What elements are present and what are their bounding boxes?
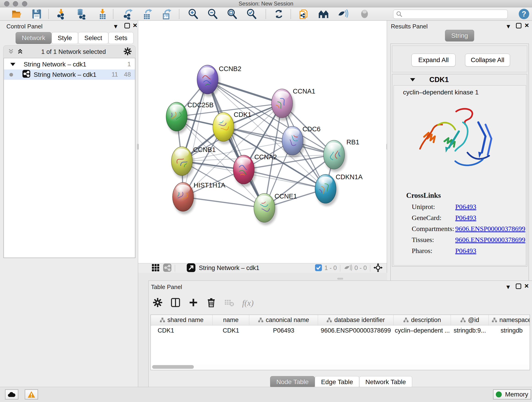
- grid-view-icon[interactable]: [152, 264, 160, 273]
- table-cell[interactable]: P06493: [249, 325, 318, 336]
- network-collection-row[interactable]: String Network – cdk1 1: [4, 59, 135, 70]
- splitter-handle[interactable]: [337, 278, 343, 280]
- table-cell[interactable]: cyclin–dependent ...: [394, 325, 451, 336]
- close-panel-icon[interactable]: ×: [525, 21, 529, 30]
- show-all-icon[interactable]: [358, 8, 371, 19]
- add-column-icon[interactable]: [189, 298, 198, 308]
- collapse-all-button[interactable]: Collapse All: [465, 54, 510, 66]
- table-settings-gear-icon[interactable]: [153, 298, 162, 308]
- zoom-out-icon[interactable]: [206, 8, 219, 19]
- zoom-selected-icon[interactable]: [245, 8, 258, 19]
- network-node-CCNE1[interactable]: [254, 193, 277, 225]
- memory-button[interactable]: Memory: [493, 389, 531, 400]
- delete-table-icon[interactable]: [224, 298, 234, 308]
- selected-checkbox-icon[interactable]: [315, 264, 322, 272]
- collapse-section-icon[interactable]: [410, 78, 415, 81]
- zoom-in-icon[interactable]: [187, 8, 200, 19]
- import-network-database-icon[interactable]: [75, 8, 88, 19]
- network-node-RB1[interactable]: [323, 140, 346, 172]
- splitter-handle[interactable]: [137, 144, 139, 150]
- float-menu-icon[interactable]: ▼: [505, 284, 511, 290]
- tab-network[interactable]: Network: [16, 32, 51, 44]
- horizontal-scrollbar[interactable]: [151, 365, 529, 369]
- network-thumbnail-icon[interactable]: [163, 263, 172, 273]
- expand-all-chevron-icon[interactable]: [17, 48, 24, 56]
- crosslink-link[interactable]: 9606.ENSP00000378699: [455, 225, 525, 233]
- column-header-@id[interactable]: @id: [451, 315, 489, 325]
- gear-icon[interactable]: [123, 47, 132, 56]
- float-panel-icon[interactable]: [124, 23, 130, 28]
- export-table-icon[interactable]: [141, 8, 154, 19]
- crosslink-link[interactable]: P06493: [455, 247, 476, 255]
- tab-network-table[interactable]: Network Table: [359, 376, 412, 388]
- cloud-button[interactable]: [5, 389, 18, 400]
- delete-column-icon[interactable]: [206, 298, 216, 308]
- tab-node-table[interactable]: Node Table: [270, 376, 315, 388]
- network-node-CCNA2[interactable]: [233, 155, 256, 187]
- column-header-canonical-name[interactable]: canonical name: [249, 315, 318, 325]
- function-builder-icon[interactable]: f(x): [242, 298, 254, 308]
- refresh-icon[interactable]: [272, 8, 285, 19]
- crosslink-link[interactable]: 9606.ENSP00000378699: [455, 236, 525, 244]
- pan-mode-icon[interactable]: [374, 263, 383, 273]
- help-icon[interactable]: ?: [518, 8, 530, 19]
- table-cell[interactable]: 9606.ENSP00000378699: [318, 325, 394, 336]
- select-columns-icon[interactable]: [171, 298, 180, 308]
- column-header-database-identifier[interactable]: database identifier: [318, 315, 394, 325]
- network-node-CCNB2[interactable]: [197, 65, 220, 97]
- float-menu-icon[interactable]: ▼: [505, 23, 511, 29]
- table-cell[interactable]: stringdb: [489, 325, 530, 336]
- hidden-eye-icon[interactable]: [343, 264, 352, 272]
- save-session-icon[interactable]: [30, 8, 43, 19]
- network-node-CDC6[interactable]: [282, 126, 305, 158]
- table-row[interactable]: CDK1CDK1P064939606.ENSP00000378699cyclin…: [151, 325, 530, 336]
- search-field[interactable]: [393, 10, 508, 19]
- duplicate-network-icon[interactable]: [298, 8, 310, 19]
- window-title: Session: New Session: [0, 0, 532, 7]
- float-panel-icon[interactable]: [516, 283, 521, 289]
- tab-style[interactable]: Style: [51, 32, 78, 44]
- network-node-CDC25B[interactable]: [166, 102, 189, 134]
- network-node-HIST1H1A[interactable]: [172, 182, 196, 214]
- collapse-all-chevron-icon[interactable]: [7, 48, 14, 56]
- network-node-CCNB1[interactable]: [171, 147, 194, 178]
- zoom-fit-icon[interactable]: [226, 8, 239, 19]
- column-header-shared-name[interactable]: shared name: [151, 315, 213, 325]
- tab-edge-table[interactable]: Edge Table: [315, 376, 359, 388]
- scrollbar-thumb[interactable]: [152, 365, 194, 369]
- tab-sets[interactable]: Sets: [108, 32, 133, 44]
- crosslink-link[interactable]: P06493: [455, 203, 476, 211]
- column-header-description[interactable]: description: [394, 315, 451, 325]
- crosslink-label: GeneCard:: [412, 214, 455, 222]
- table-cell[interactable]: CDK1: [213, 325, 249, 336]
- open-session-icon[interactable]: [10, 8, 23, 19]
- hide-selected-icon[interactable]: [336, 8, 349, 19]
- expand-all-button[interactable]: Expand All: [412, 54, 456, 66]
- crosslink-label: Uniprot:: [412, 203, 455, 211]
- tab-select[interactable]: Select: [78, 32, 108, 44]
- import-table-icon[interactable]: [96, 8, 109, 19]
- tab-string[interactable]: String: [445, 30, 474, 41]
- search-input[interactable]: [404, 11, 507, 18]
- network-node-CDKN1A[interactable]: [315, 174, 338, 206]
- close-panel-icon[interactable]: ×: [525, 282, 529, 290]
- detach-view-icon[interactable]: [186, 263, 196, 273]
- warning-button[interactable]: [25, 389, 38, 400]
- export-network-icon[interactable]: [122, 8, 134, 19]
- first-neighbors-icon[interactable]: [317, 8, 330, 19]
- float-panel-icon[interactable]: [516, 23, 521, 28]
- network-view[interactable]: CCNB2CCNA1CDC25BCDK1CDC6RB1CCNB1CCNA2CDK…: [138, 21, 387, 273]
- network-graph[interactable]: CCNB2CCNA1CDC25BCDK1CDC6RB1CCNB1CCNA2CDK…: [138, 21, 387, 263]
- collapse-tree-icon[interactable]: [10, 63, 15, 66]
- network-row-selected[interactable]: String Network – cdk1 11 48: [4, 70, 135, 80]
- float-menu-icon[interactable]: ▼: [113, 23, 119, 29]
- column-header-namespace[interactable]: namespace: [489, 315, 530, 325]
- import-network-file-icon[interactable]: [55, 8, 68, 19]
- crosslink-link[interactable]: P06493: [455, 214, 476, 222]
- network-icon: [22, 70, 31, 80]
- export-image-icon[interactable]: [160, 8, 173, 19]
- table-cell[interactable]: stringdb:9...: [451, 325, 489, 336]
- column-header-name[interactable]: name: [213, 315, 249, 325]
- close-panel-icon[interactable]: ×: [133, 21, 137, 30]
- table-cell[interactable]: CDK1: [151, 325, 213, 336]
